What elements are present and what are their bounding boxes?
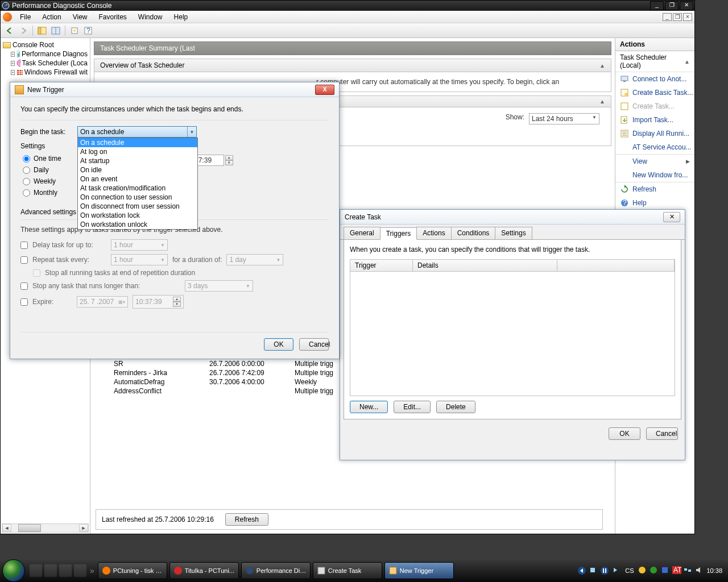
triggers-grid[interactable]: Trigger Details (350, 259, 675, 396)
help-button[interactable]: ? (82, 25, 94, 36)
dd-option[interactable]: At startup (78, 156, 197, 165)
tree-item-task-scheduler[interactable]: + Task Scheduler (Loca (2, 59, 89, 68)
expander-icon[interactable]: + (11, 70, 15, 75)
dd-option[interactable]: On workstation lock (78, 211, 197, 220)
taskbar-task-active[interactable]: New Trigger (384, 562, 454, 579)
refresh-button[interactable]: Refresh (225, 513, 268, 526)
tab-actions[interactable]: Actions (416, 227, 451, 239)
tab-triggers[interactable]: Triggers (380, 227, 417, 240)
minimize-button[interactable]: _ (650, 1, 664, 10)
menu-window[interactable]: Window (133, 11, 168, 23)
new-trigger-button[interactable]: New... (350, 401, 388, 413)
back-button[interactable] (4, 25, 15, 36)
time-spinner[interactable]: ▲▼ (225, 155, 233, 165)
collapse-icon[interactable]: ▲ (599, 98, 605, 105)
radio-one-time[interactable]: One time (23, 155, 61, 163)
scroll-right-icon[interactable]: ► (79, 524, 88, 532)
dd-option[interactable]: On connection to user session (78, 193, 197, 202)
panes-button[interactable] (50, 25, 61, 36)
taskbar-task[interactable]: Titulka - PCTuni... (169, 562, 239, 579)
chevron-down-icon[interactable]: ▼ (187, 127, 196, 137)
volume-icon[interactable] (695, 566, 704, 575)
create-task-titlebar[interactable]: Create Task ✕ (340, 210, 685, 225)
network-icon[interactable] (684, 566, 693, 575)
dd-option[interactable]: On idle (78, 165, 197, 174)
dd-option[interactable]: On an event (78, 174, 197, 184)
action-import[interactable]: Import Task... (615, 113, 694, 127)
taskbar-task[interactable]: Performance Dia... (241, 562, 311, 579)
dd-option[interactable]: On workstation unlock (78, 220, 197, 229)
mdi-minimize[interactable]: _ (663, 13, 672, 21)
taskbar[interactable]: » PCtuning - tisk c... Titulka - PCTuni.… (0, 559, 728, 582)
media-pause-icon[interactable] (600, 566, 609, 575)
cancel-button[interactable]: Cancel (646, 427, 678, 440)
col-trigger[interactable]: Trigger (350, 260, 413, 271)
ati-icon[interactable]: ATI (672, 566, 681, 575)
action-view[interactable]: View▶ (615, 155, 694, 168)
media-next-icon[interactable] (611, 566, 621, 575)
status-range-select[interactable]: Last 24 hours▼ (529, 113, 599, 124)
mdi-restore[interactable]: ❐ (673, 13, 682, 21)
close-button[interactable]: ✕ (663, 212, 680, 222)
dd-option[interactable]: At log on (78, 147, 197, 156)
task-row[interactable]: AutomaticDefrag30.7.2006 4:00:00Weekly (96, 377, 369, 386)
menu-view[interactable]: View (67, 11, 93, 23)
begin-task-dropdown[interactable]: On a schedule At log on At startup On id… (77, 138, 198, 230)
tray-icon[interactable] (638, 566, 647, 575)
start-button[interactable] (2, 559, 25, 582)
action-create-basic[interactable]: Create Basic Task... (615, 86, 694, 99)
dd-option[interactable]: On a schedule (78, 138, 197, 147)
task-row[interactable]: SR26.7.2006 0:00:00Multiple trigg (96, 359, 369, 368)
menu-favorites[interactable]: Favorites (93, 11, 133, 23)
task-row[interactable]: AddressConflictMultiple trigg (96, 386, 369, 396)
forward-button[interactable] (18, 25, 29, 36)
menu-file[interactable]: File (14, 11, 36, 23)
maximize-button[interactable]: ❐ (665, 1, 679, 10)
dd-option[interactable]: On disconnect from user session (78, 202, 197, 211)
quick-launch-icon[interactable] (30, 564, 42, 577)
repeat-checkbox[interactable] (20, 256, 28, 264)
menu-action[interactable]: Action (36, 11, 67, 23)
delay-checkbox[interactable] (20, 242, 28, 249)
close-button[interactable]: X (315, 85, 334, 95)
scroll-thumb[interactable] (18, 524, 41, 532)
actions-group[interactable]: Task Scheduler (Local)▲ (615, 51, 694, 72)
ok-button[interactable]: OK (264, 338, 293, 351)
collapse-icon[interactable]: ▲ (599, 63, 605, 69)
delete-trigger-button[interactable]: Delete (436, 401, 475, 413)
expander-icon[interactable]: + (11, 52, 15, 57)
menu-help[interactable]: Help (168, 11, 194, 23)
task-row[interactable]: Reminders - Jirka26.7.2006 7:42:09Multip… (96, 368, 369, 377)
begin-task-combo[interactable]: On a schedule ▼ On a schedule At log on … (77, 126, 197, 138)
quick-launch-icon[interactable] (59, 564, 72, 577)
radio-monthly[interactable]: Monthly (23, 189, 61, 197)
dd-option[interactable]: At task creation/modification (78, 184, 197, 193)
collapse-icon[interactable]: ▲ (684, 59, 690, 65)
mdi-close[interactable]: × (683, 13, 692, 21)
action-new-window[interactable]: New Window fro... (615, 168, 694, 182)
tree-scrollbar[interactable]: ◄ ► (2, 523, 89, 533)
action-refresh[interactable]: Refresh (615, 182, 694, 196)
expander-icon[interactable]: + (11, 61, 15, 66)
close-button[interactable]: ✕ (680, 1, 693, 10)
action-create-task[interactable]: Create Task... (615, 99, 694, 113)
tab-settings[interactable]: Settings (495, 227, 532, 239)
language-indicator[interactable]: CS (623, 566, 636, 575)
new-trigger-titlebar[interactable]: New Trigger X (10, 82, 339, 97)
action-connect[interactable]: Connect to Anot... (615, 72, 694, 86)
expire-checkbox[interactable] (20, 298, 28, 306)
ok-button[interactable]: OK (609, 427, 640, 440)
overview-header[interactable]: Overview of Task Scheduler ▲ (94, 59, 611, 72)
taskbar-task[interactable]: PCtuning - tisk c... (98, 562, 167, 579)
action-help[interactable]: ?Help (615, 196, 694, 210)
tree-item-firewall[interactable]: + Windows Firewall wit (2, 68, 89, 77)
action-at-service[interactable]: AT Service Accou... (615, 140, 694, 154)
action-display-all[interactable]: Display All Runni... (615, 127, 694, 140)
radio-daily[interactable]: Daily (23, 166, 61, 174)
col-details[interactable]: Details (413, 260, 557, 271)
clock[interactable]: 10:38 (706, 567, 722, 574)
quick-launch-icon[interactable] (44, 564, 57, 577)
cancel-button[interactable]: Cancel (299, 338, 329, 351)
radio-weekly[interactable]: Weekly (23, 177, 61, 185)
titlebar[interactable]: Performance Diagnostic Console _ ❐ ✕ (1, 1, 694, 11)
